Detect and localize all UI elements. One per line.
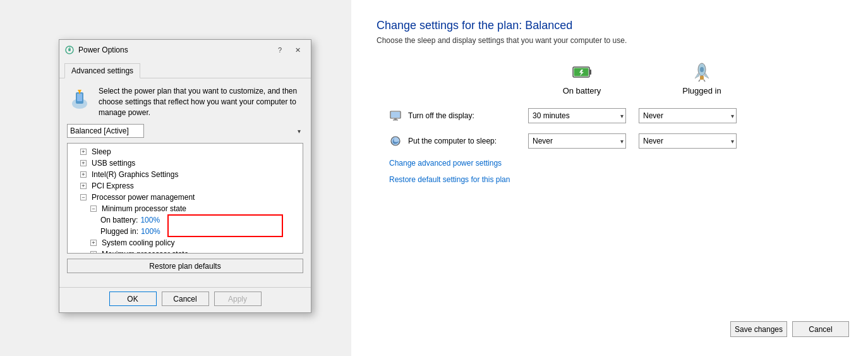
display-battery-select[interactable]: 30 minutes Never 1 minute 5 minutes 10 m… [528, 108, 626, 123]
tree-label-plugged-in: Plugged in: [100, 227, 138, 236]
svg-marker-13 [695, 73, 699, 78]
plan-select-wrapper: Balanced [Active] Power saver High perfo… [67, 124, 303, 138]
save-changes-button[interactable]: Save changes [730, 321, 787, 337]
close-button[interactable]: ✕ [289, 44, 306, 56]
svg-point-15 [700, 67, 704, 72]
display-plugged-select[interactable]: Never 1 minute 5 minutes 10 minutes 15 m… [639, 108, 737, 123]
dialog-tabs: Advanced settings [59, 60, 311, 78]
battery-icon [570, 61, 593, 83]
plugged-in-icon [690, 61, 713, 83]
tree-label-max-proc: Maximum processor state [102, 250, 188, 254]
sleep-row-label: Put the computer to sleep: [408, 137, 528, 145]
svg-rect-22 [393, 120, 398, 121]
svg-line-17 [699, 80, 700, 82]
settings-tree[interactable]: + Sleep + USB settings + Intel(R) Graphi… [67, 143, 303, 254]
right-panel: Change settings for the plan: Balanced C… [351, 0, 868, 356]
dialog-title-text: Power Options [78, 46, 128, 54]
svg-rect-21 [394, 118, 397, 120]
tree-value-plugged-in: 100% [141, 227, 160, 236]
dialog-titlebar: Power Options ? ✕ [59, 40, 311, 60]
dialog-description-text: Select the power plan that you want to c… [99, 86, 303, 118]
settings-row-sleep: Put the computer to sleep: Never 1 minut… [389, 133, 843, 149]
tree-item-pci[interactable]: + PCI Express [68, 180, 303, 192]
display-battery-select-wrapper: 30 minutes Never 1 minute 5 minutes 10 m… [528, 108, 626, 123]
svg-rect-16 [700, 76, 704, 80]
tree-expand-pci[interactable]: + [80, 183, 87, 189]
tab-advanced-settings[interactable]: Advanced settings [64, 63, 140, 78]
plan-select[interactable]: Balanced [Active] Power saver High perfo… [67, 124, 144, 138]
svg-marker-6 [78, 90, 81, 92]
power-plan-icon [67, 86, 92, 111]
col-header-plugged-text: Plugged in [682, 86, 721, 95]
tree-item-processor[interactable]: − Processor power management [68, 192, 303, 203]
power-options-icon [64, 45, 75, 55]
change-advanced-link[interactable]: Change advanced power settings [389, 159, 843, 168]
tree-label-min-proc: Minimum processor state [102, 204, 186, 213]
dialog-footer: OK Cancel Apply [59, 287, 311, 312]
sleep-battery-select-wrapper: Never 1 minute 5 minutes 10 minutes 15 m… [528, 133, 626, 149]
tree-expand-sys-cool[interactable]: + [90, 240, 97, 246]
panel-subtitle: Choose the sleep and display settings th… [377, 36, 843, 45]
svg-point-23 [391, 137, 400, 145]
tree-expand-intel[interactable]: + [80, 171, 87, 178]
tree-expand-min-proc[interactable]: − [90, 206, 97, 212]
tree-value-on-battery: 100% [140, 216, 160, 224]
settings-row-display: Turn off the display: 30 minutes Never 1… [389, 108, 843, 123]
tree-item-intel[interactable]: + Intel(R) Graphics Settings [68, 169, 303, 180]
tree-label-on-battery: On battery: [100, 216, 138, 224]
display-row-label: Turn off the display: [408, 111, 528, 120]
sleep-plugged-select[interactable]: Never 1 minute 5 minutes 10 minutes 15 m… [639, 133, 737, 149]
tree-expand-usb[interactable]: + [80, 160, 87, 166]
display-icon [389, 109, 402, 122]
svg-line-18 [704, 80, 705, 82]
panel-links: Change advanced power settings Restore d… [389, 159, 843, 184]
tree-item-on-battery[interactable]: On battery: 100% [68, 214, 303, 226]
panel-cancel-button[interactable]: Cancel [792, 321, 849, 337]
svg-marker-14 [704, 73, 709, 78]
svg-rect-9 [589, 70, 591, 75]
display-plugged-select-wrapper: Never 1 minute 5 minutes 10 minutes 15 m… [639, 108, 737, 123]
col-header-battery: On battery [528, 61, 636, 95]
tree-label-usb: USB settings [92, 159, 135, 168]
dialog-description: Select the power plan that you want to c… [67, 86, 303, 118]
tree-expand-sleep[interactable]: + [80, 149, 87, 155]
svg-point-2 [68, 49, 71, 51]
sleep-battery-select[interactable]: Never 1 minute 5 minutes 10 minutes 15 m… [528, 133, 626, 149]
tree-label-sleep: Sleep [92, 147, 111, 156]
panel-footer: Save changes Cancel [730, 321, 849, 337]
tree-label-intel: Intel(R) Graphics Settings [92, 170, 178, 179]
power-options-dialog: Power Options ? ✕ Advanced settings Sele… [59, 39, 311, 313]
plan-dropdown-row: Balanced [Active] Power saver High perfo… [67, 124, 303, 138]
tree-item-usb[interactable]: + USB settings [68, 157, 303, 169]
sleep-plugged-select-wrapper: Never 1 minute 5 minutes 10 minutes 15 m… [639, 133, 737, 149]
restore-defaults-link[interactable]: Restore default settings for this plan [389, 175, 843, 184]
tree-item-max-proc[interactable]: + Maximum processor state [68, 249, 303, 254]
tree-item-sys-cool[interactable]: + System cooling policy [68, 237, 303, 249]
help-button[interactable]: ? [272, 44, 288, 56]
tree-item-plugged-in[interactable]: Plugged in: 100% [68, 226, 303, 237]
tree-label-pci: PCI Express [92, 181, 134, 190]
tree-label-processor: Processor power management [92, 193, 195, 202]
settings-columns: On battery Plugged in [389, 61, 843, 95]
col-header-plugged: Plugged in [648, 61, 756, 95]
apply-button[interactable]: Apply [214, 292, 262, 306]
titlebar-controls: ? ✕ [272, 44, 306, 56]
tree-item-sleep[interactable]: + Sleep [68, 146, 303, 157]
tree-expand-processor[interactable]: − [80, 194, 87, 200]
tree-values-group: On battery: 100% Plugged in: 100% [68, 214, 303, 237]
col-header-battery-text: On battery [563, 86, 601, 95]
ok-button[interactable]: OK [109, 292, 157, 306]
dialog-content: Select the power plan that you want to c… [59, 78, 311, 287]
tree-item-min-proc[interactable]: − Minimum processor state [68, 203, 303, 214]
svg-rect-20 [391, 112, 400, 118]
restore-plan-button[interactable]: Restore plan defaults [67, 259, 303, 273]
sleep-icon [389, 135, 402, 147]
cancel-button[interactable]: Cancel [162, 292, 209, 306]
titlebar-left: Power Options [64, 45, 128, 55]
tree-expand-max-proc[interactable]: + [90, 251, 97, 254]
tree-label-sys-cool: System cooling policy [102, 238, 174, 247]
panel-title: Change settings for the plan: Balanced [377, 19, 843, 32]
